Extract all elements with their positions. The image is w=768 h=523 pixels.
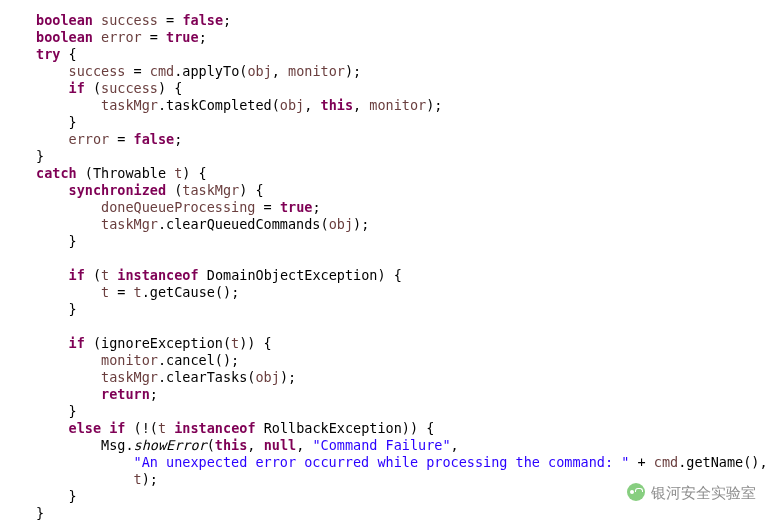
watermark: 银河安全实验室	[627, 483, 756, 501]
wechat-icon	[627, 483, 645, 501]
code-block: boolean success = false; boolean error =…	[0, 0, 768, 522]
kw-boolean: boolean	[36, 12, 93, 28]
